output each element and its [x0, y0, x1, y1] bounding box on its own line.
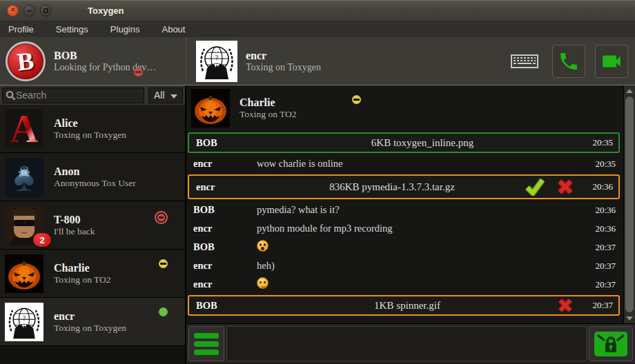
- message-time: 20:37: [585, 300, 617, 311]
- message-sender: BOB: [190, 137, 260, 149]
- message-list: BOB 6KB toxygen_inline.png 20:35 encr wo…: [186, 130, 621, 317]
- message-text: [257, 277, 588, 292]
- chevron-down-icon: [170, 94, 177, 99]
- chat-menu-button[interactable]: [188, 326, 224, 361]
- contact-name: encr: [54, 310, 126, 323]
- message-sender: encr: [190, 181, 260, 193]
- header: B BOB Looking for Python dev…: [0, 37, 635, 85]
- red-cross-icon: [557, 179, 574, 195]
- active-contact-status: Toxing on Toxygen: [246, 62, 321, 73]
- contact-row-alice[interactable]: A Alice Toxing on Toxygen: [0, 105, 185, 153]
- close-icon[interactable]: [7, 5, 19, 17]
- maximize-icon[interactable]: [40, 5, 52, 17]
- contact-row-anon[interactable]: ♠☠ Anon Anonymous Tox User: [0, 153, 185, 201]
- online-status-icon: [159, 307, 168, 316]
- active-contact-avatar: ?: [196, 41, 237, 82]
- message-row: BOB 20:37: [186, 238, 621, 256]
- message-time: 20:36: [588, 223, 620, 234]
- header-actions: [511, 45, 635, 78]
- file-name: 6KB toxygen_inline.png: [260, 137, 585, 149]
- contact-name: Anon: [54, 165, 136, 178]
- message-time: 20:36: [588, 205, 620, 216]
- menu-settings[interactable]: Settings: [56, 24, 88, 34]
- pumpkin-avatar: [5, 254, 43, 293]
- hamburger-icon: [194, 333, 219, 338]
- message-time: 20:37: [588, 279, 620, 290]
- contact-row-t800[interactable]: T-800 I'll be back 2: [0, 201, 185, 250]
- menu-plugins[interactable]: Plugins: [110, 24, 140, 34]
- red-cross-icon: [558, 298, 573, 313]
- scroll-up-icon[interactable]: [624, 85, 635, 96]
- search-input[interactable]: [16, 90, 141, 101]
- contact-name: T-800: [54, 214, 95, 226]
- anonymous-avatar: ?: [5, 303, 43, 341]
- contact-status: Anonymous Tox User: [54, 178, 136, 189]
- menu-about[interactable]: About: [162, 24, 185, 34]
- contact-status: I'll be back: [54, 226, 95, 237]
- message-sender: BOB: [188, 241, 257, 253]
- chat-scrollbar[interactable]: [623, 85, 635, 323]
- message-time: 20:37: [588, 261, 620, 272]
- spade-skull-avatar: ♠☠: [5, 158, 43, 196]
- smiley-icon: [257, 277, 268, 289]
- svg-text:?: ?: [215, 53, 219, 61]
- accept-file-button[interactable]: [525, 178, 545, 196]
- contact-name: Alice: [54, 117, 126, 130]
- busy-status-icon[interactable]: [134, 68, 143, 77]
- message-time: 20:35: [585, 137, 617, 148]
- chat-peer-card: Charlie Toxing on TO2: [188, 87, 621, 130]
- self-profile: B BOB Looking for Python dev…: [0, 37, 186, 85]
- pumpkin-avatar: [191, 89, 230, 128]
- encrypted-send-icon: [593, 330, 629, 358]
- file-transfer-row: BOB 1KB spinner.gif 20:37: [188, 295, 620, 316]
- search-row: All: [0, 85, 185, 105]
- video-call-button[interactable]: [595, 45, 628, 78]
- file-name: 1KB spinner.gif: [260, 300, 555, 312]
- message-text: heh): [257, 260, 588, 272]
- active-contact-header: ? encr Toxing on Toxygen: [186, 41, 511, 82]
- phone-icon: [558, 50, 580, 72]
- anonymous-logo-icon: ?: [196, 41, 237, 82]
- audio-call-button[interactable]: [552, 45, 585, 78]
- chat-peer-name: Charlie: [240, 97, 297, 109]
- chat-peer-status: Toxing on TO2: [240, 109, 297, 120]
- contact-list: A Alice Toxing on Toxygen ♠☠ Anon Anonym…: [0, 105, 185, 363]
- message-time: 20:35: [588, 159, 620, 170]
- message-row: encr 20:37: [186, 275, 621, 294]
- sidebar: All A Alice Toxing on Toxygen ♠☠: [0, 85, 186, 363]
- video-camera-icon: [600, 50, 623, 73]
- contact-row-charlie[interactable]: Charlie Toxing on TO2: [0, 250, 185, 298]
- message-row: encr python module for mp3 recording 20:…: [186, 219, 621, 238]
- self-avatar[interactable]: B: [6, 41, 46, 81]
- message-text: wow charlie is online: [257, 158, 588, 170]
- chat-area: Charlie Toxing on TO2 BOB 6KB toxygen_in…: [186, 85, 635, 363]
- message-input[interactable]: [226, 326, 587, 361]
- unread-badge: 2: [33, 233, 51, 247]
- scroll-down-icon[interactable]: [624, 313, 635, 323]
- message-time: 20:37: [588, 242, 620, 253]
- active-contact-name: encr: [246, 50, 321, 62]
- decline-file-button[interactable]: [555, 296, 576, 314]
- titlebar: Toxygen: [0, 0, 635, 21]
- scrollbar-thumb[interactable]: [625, 97, 634, 312]
- send-button[interactable]: [589, 326, 633, 361]
- contact-row-encr[interactable]: ? encr Toxing on Toxygen: [0, 298, 185, 346]
- menubar: Profile Settings Plugins About: [0, 21, 635, 37]
- minimize-icon[interactable]: [23, 5, 35, 17]
- filter-value: All: [154, 90, 165, 101]
- alice-avatar: A: [5, 110, 43, 148]
- file-transfer-row: BOB 6KB toxygen_inline.png 20:35: [188, 132, 620, 153]
- message-sender: BOB: [190, 300, 260, 312]
- message-time: 20:36: [585, 181, 617, 192]
- keyboard-typing-icon: [511, 53, 538, 70]
- contact-status: Toxing on Toxygen: [54, 130, 126, 141]
- decline-file-button[interactable]: [555, 178, 576, 196]
- message-sender: encr: [188, 260, 257, 272]
- message-text: pymedia? what is it?: [257, 204, 588, 216]
- contact-name: Charlie: [54, 262, 111, 274]
- message-row: BOB pymedia? what is it? 20:36: [186, 201, 621, 219]
- message-text: [257, 240, 588, 254]
- svg-text:?: ?: [23, 314, 26, 322]
- menu-profile[interactable]: Profile: [8, 24, 34, 34]
- contact-filter-dropdown[interactable]: All: [148, 88, 183, 103]
